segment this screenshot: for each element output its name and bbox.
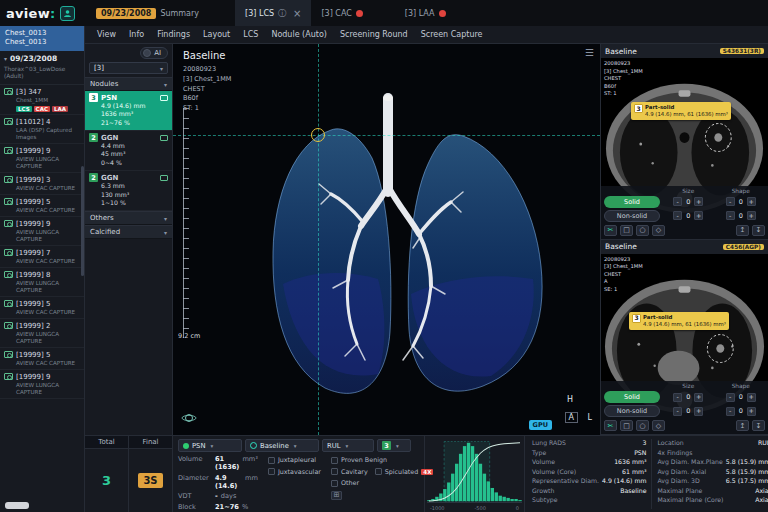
minus-button[interactable]: -: [726, 211, 735, 220]
close-icon[interactable]: ×: [293, 8, 301, 19]
tab-summary[interactable]: 09/23/2008 Summary: [86, 0, 209, 26]
series-item[interactable]: [19999] 5 AVIEW CAC CAPTURE: [0, 348, 84, 370]
lungrads-select[interactable]: 3 ▾: [377, 439, 411, 452]
plus-button[interactable]: +: [694, 197, 703, 206]
minus-button[interactable]: -: [726, 393, 735, 402]
push-up-icon[interactable]: ↥: [736, 420, 749, 431]
diamond-roi-icon[interactable]: ◇: [652, 420, 665, 431]
menu-item[interactable]: Layout: [197, 28, 236, 41]
series-item[interactable]: [11012] 4 LAA (DSP) Captured Images: [0, 115, 84, 144]
matrix-icon[interactable]: ⊞: [331, 491, 342, 500]
checkbox-cavitary[interactable]: Cavitary: [331, 468, 368, 476]
crosshair-vertical[interactable]: [318, 44, 319, 435]
ai-toggle-button[interactable]: AI: [140, 47, 168, 59]
minus-button[interactable]: -: [673, 407, 682, 416]
minus-button[interactable]: -: [673, 211, 682, 220]
patient-header[interactable]: Chest_0013 Chest_0013: [0, 26, 84, 51]
nodule-list-item[interactable]: 2 GGN 6.3 mm 130 mm³ 1~10 %: [85, 171, 172, 211]
ellipse-roi-icon[interactable]: ○: [636, 225, 649, 236]
solid-button[interactable]: Solid: [604, 391, 660, 403]
study-date-chip[interactable]: 09/23/2008: [96, 8, 156, 19]
export-icon[interactable]: ↧: [752, 225, 765, 236]
series-item[interactable]: [19999] 9 AVIEW LUNGCA CAPTURE: [0, 144, 84, 173]
summary-label: Maximal Plane: [657, 487, 702, 495]
round-select[interactable]: Baseline ▾: [245, 439, 319, 452]
viewport-3d[interactable]: Baseline 20080923 [3] Chest_1MM CHEST B6…: [173, 44, 600, 435]
section-header-calcified[interactable]: Calcified ▾: [85, 225, 172, 239]
plus-button[interactable]: +: [694, 407, 703, 416]
series-item[interactable]: [19999] 5 AVIEW CAC CAPTURE: [0, 297, 84, 319]
camera-icon: [4, 322, 13, 329]
series-item[interactable]: [19999] 9 AVIEW LUNGCA CAPTURE: [0, 217, 84, 246]
scroll-indicator[interactable]: [5, 502, 29, 509]
plus-button[interactable]: +: [694, 211, 703, 220]
ellipse-roi-icon[interactable]: ○: [636, 420, 649, 431]
menu-item[interactable]: Screening Round: [334, 28, 414, 41]
nodule-filter-select[interactable]: [3] ▾: [89, 62, 168, 74]
solid-button[interactable]: Solid: [604, 196, 660, 208]
plus-button[interactable]: +: [747, 393, 756, 402]
checkbox-juxtapleural[interactable]: Juxtapleural: [268, 456, 321, 464]
cut-icon[interactable]: ✂: [604, 420, 617, 431]
orientation-a[interactable]: A: [565, 412, 578, 423]
series-item[interactable]: [19999] 9 AVIEW LUNGCA CAPTURE: [0, 370, 84, 399]
minus-button[interactable]: -: [726, 407, 735, 416]
plus-button[interactable]: +: [747, 197, 756, 206]
minus-button[interactable]: -: [673, 393, 682, 402]
checkbox-other[interactable]: Other: [331, 479, 434, 487]
tab-cac[interactable]: [3] CAC: [311, 0, 372, 26]
minus-button[interactable]: -: [726, 197, 735, 206]
nodule-list-item[interactable]: 3 PSN 4.9 (14.6) mm 1636 mm³ 21~76 %: [85, 91, 172, 131]
info-icon[interactable]: ⓘ: [278, 8, 286, 19]
nodule-annotation[interactable]: 3 Part-solid 4.9 (14.6) mm, 61 (1636) mm…: [631, 102, 731, 120]
series-item[interactable]: [19999] 5 AVIEW CAC CAPTURE: [0, 195, 84, 217]
hamburger-icon[interactable]: ☰: [585, 47, 594, 58]
tab-laa[interactable]: [3] LAA: [395, 0, 456, 26]
checkbox-proven-benign[interactable]: Proven Benign: [331, 456, 434, 464]
tab-lcs[interactable]: [3] LCS ⓘ ×: [235, 0, 311, 26]
ct-panel-axial-top[interactable]: Baseline S43631(3R): [601, 44, 768, 240]
minus-button[interactable]: -: [673, 197, 682, 206]
camera-icon[interactable]: [160, 175, 168, 181]
menu-item[interactable]: Screen Capture: [415, 28, 489, 41]
location-select[interactable]: RUL ▾: [322, 439, 374, 452]
non-solid-button[interactable]: Non-solid: [604, 210, 660, 222]
stepper-value: 0: [685, 393, 691, 401]
location-checkboxes: Juxtapleural Juxtavascular: [268, 455, 321, 511]
rotate-3d-icon[interactable]: [181, 411, 197, 427]
sidebar-scrollbar[interactable]: [81, 166, 84, 276]
ct-panel-axial-bottom[interactable]: Baseline C456(AGP): [601, 240, 768, 436]
section-header-others[interactable]: Others ▾: [85, 211, 172, 225]
box-roi-icon[interactable]: □: [620, 225, 633, 236]
series-item[interactable]: [19999] 3 AVIEW CAC CAPTURE: [0, 173, 84, 195]
series-item[interactable]: [19999] 8 AVIEW LUNGCA CAPTURE: [0, 268, 84, 297]
nodule-type-select[interactable]: PSN ▾: [178, 439, 242, 452]
box-roi-icon[interactable]: □: [620, 420, 633, 431]
plus-button[interactable]: +: [747, 211, 756, 220]
series-item[interactable]: [3] 347 Chest_1MM LCSCACLAA: [0, 85, 84, 115]
section-header-nodules[interactable]: Nodules ▾: [85, 77, 172, 91]
series-item[interactable]: [19999] 2 AVIEW LUNGCA CAPTURE: [0, 319, 84, 348]
diamond-roi-icon[interactable]: ◇: [652, 225, 665, 236]
crosshair-horizontal[interactable]: [173, 135, 600, 136]
menu-item[interactable]: Findings: [151, 28, 196, 41]
export-icon[interactable]: ↧: [752, 420, 765, 431]
plus-button[interactable]: +: [747, 407, 756, 416]
nodule-marker[interactable]: [311, 128, 325, 142]
plus-button[interactable]: +: [694, 393, 703, 402]
study-date-row[interactable]: ▾ 09/23/2008: [0, 51, 84, 66]
non-solid-button[interactable]: Non-solid: [604, 405, 660, 417]
menu-item[interactable]: View: [91, 28, 122, 41]
push-up-icon[interactable]: ↥: [736, 225, 749, 236]
menu-item[interactable]: Nodule (Auto): [265, 28, 333, 41]
cut-icon[interactable]: ✂: [604, 225, 617, 236]
nodule-list-item[interactable]: 2 GGN 4.4 mm 45 mm³ 0~4 %: [85, 131, 172, 171]
nodule-annotation[interactable]: 3 Part-solid 4.9 (14.6) mm, 61 (1636) mm…: [629, 312, 729, 330]
camera-icon[interactable]: [160, 135, 168, 141]
camera-icon[interactable]: [160, 95, 168, 101]
menu-item[interactable]: LCS: [237, 28, 264, 41]
nodule-diameter: 4.9 (14.6) mm: [101, 102, 168, 110]
checkbox-juxtavascular[interactable]: Juxtavascular: [268, 468, 321, 476]
series-item[interactable]: [19999] 7 AVIEW CAC CAPTURE: [0, 246, 84, 268]
menu-item[interactable]: Info: [123, 28, 150, 41]
